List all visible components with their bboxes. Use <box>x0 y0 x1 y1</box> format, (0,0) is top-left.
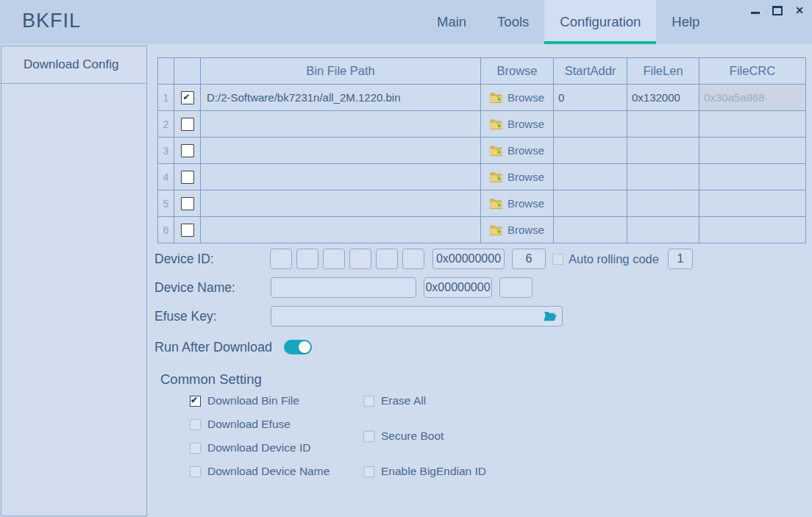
maximize-icon[interactable] <box>772 6 783 15</box>
checkbox-label: Download Device ID <box>207 441 310 454</box>
checkbox[interactable] <box>363 431 374 442</box>
run-after-download-row: Run After Download <box>154 338 312 356</box>
browse-button[interactable]: Browse <box>481 118 553 130</box>
checkbox[interactable] <box>190 396 201 407</box>
browse-button[interactable]: Browse <box>481 197 553 210</box>
browse-button[interactable]: Browse <box>481 144 553 157</box>
device-id-count-input[interactable]: 6 <box>512 249 546 269</box>
tab-label: Tools <box>497 14 529 29</box>
device-name-extra-input[interactable] <box>499 277 533 298</box>
row-checkbox[interactable] <box>181 197 194 210</box>
table-row: 1 D:/2-Software/bk7231n/all_2M.1220.bin … <box>158 85 806 111</box>
device-name-hex-input[interactable]: 0x00000000 <box>424 277 492 298</box>
checkbox[interactable] <box>363 396 374 407</box>
efuse-key-row: Efuse Key: <box>154 306 563 327</box>
auto-rolling-checkbox[interactable] <box>552 254 563 265</box>
row-checkbox[interactable] <box>181 91 194 104</box>
file-len-cell[interactable] <box>627 190 699 217</box>
device-name-input[interactable] <box>271 277 416 298</box>
minimize-icon[interactable] <box>751 12 760 14</box>
checkbox-label: Download Device Name <box>207 465 330 478</box>
common-setting-title: Common Setting <box>160 371 262 388</box>
file-len-cell[interactable] <box>627 138 699 164</box>
device-id-label: Device ID: <box>154 252 270 267</box>
close-icon[interactable]: ✕ <box>795 2 804 18</box>
browse-button[interactable]: Browse <box>481 171 553 183</box>
row-checkbox[interactable] <box>181 171 194 184</box>
browse-folder-icon <box>490 92 502 103</box>
app-title: BKFIL <box>22 10 81 32</box>
device-id-hex-input[interactable]: 0x00000000 <box>432 249 505 269</box>
setting-download-bin-file[interactable]: Download Bin File <box>190 394 330 407</box>
title-bar: BKFIL MainToolsConfigurationHelp ✕ <box>0 0 812 44</box>
file-len-cell[interactable] <box>627 111 699 138</box>
device-id-byte-input[interactable] <box>323 249 345 269</box>
row-checkbox[interactable] <box>181 144 194 157</box>
bin-file-path-cell[interactable] <box>201 138 481 164</box>
device-id-row: Device ID: 0x00000000 6 Auto rolling cod… <box>154 249 693 269</box>
bin-file-path-cell[interactable] <box>201 111 481 138</box>
checkbox[interactable] <box>190 443 201 454</box>
row-check-cell <box>174 217 201 243</box>
setting-secure-boot[interactable]: Secure Boot <box>363 429 486 443</box>
device-id-byte-input[interactable] <box>349 249 371 269</box>
start-addr-cell[interactable] <box>554 190 627 217</box>
browse-cell: Browse <box>481 138 554 164</box>
bin-table-body: 1 D:/2-Software/bk7231n/all_2M.1220.bin … <box>158 85 806 243</box>
device-id-byte-input[interactable] <box>402 249 424 269</box>
row-checkbox[interactable] <box>181 118 194 131</box>
setting-enable-bigendian-id[interactable]: Enable BigEndian ID <box>363 465 486 478</box>
browse-button[interactable]: Browse <box>481 224 553 236</box>
row-check-cell <box>174 190 201 217</box>
checkbox[interactable] <box>363 466 374 477</box>
bin-file-path-cell[interactable] <box>201 190 481 217</box>
setting-download-device-name[interactable]: Download Device Name <box>190 465 330 478</box>
common-setting-right-column: Erase All Secure Boot Enable BigEndian I… <box>363 394 486 500</box>
tab-label: Main <box>437 14 466 29</box>
start-addr-cell[interactable] <box>554 138 627 164</box>
checkbox[interactable] <box>190 419 201 430</box>
sidebar-item-download-config[interactable]: Download Config <box>1 46 146 84</box>
file-len-cell[interactable] <box>627 217 699 243</box>
file-crc-cell <box>699 111 806 138</box>
start-addr-cell[interactable] <box>554 164 627 190</box>
row-checkbox[interactable] <box>181 224 194 237</box>
file-len-cell[interactable] <box>627 164 699 190</box>
header-index <box>158 58 174 85</box>
device-id-byte-input[interactable] <box>296 249 318 269</box>
checkbox-label: Secure Boot <box>381 429 444 443</box>
row-index: 3 <box>158 138 174 164</box>
checkbox[interactable] <box>190 466 201 477</box>
start-addr-cell[interactable]: 0 <box>554 85 627 111</box>
file-crc-cell <box>699 138 806 164</box>
tab-help[interactable]: Help <box>656 0 715 44</box>
auto-rolling-value-input[interactable]: 1 <box>668 249 693 269</box>
start-addr-cell[interactable] <box>554 217 627 243</box>
device-id-byte-input[interactable] <box>270 249 292 269</box>
efuse-open-folder-icon[interactable] <box>544 311 557 321</box>
auto-rolling-label: Auto rolling code <box>569 252 659 266</box>
run-after-download-toggle[interactable] <box>284 340 312 354</box>
browse-button[interactable]: Browse <box>481 91 553 104</box>
setting-erase-all[interactable]: Erase All <box>363 394 486 407</box>
tab-configuration[interactable]: Configuration <box>544 0 656 44</box>
setting-download-efuse[interactable]: Download Efuse <box>190 418 330 431</box>
tab-label: Help <box>672 14 699 29</box>
browse-folder-icon <box>490 118 502 129</box>
tab-main[interactable]: Main <box>421 0 482 44</box>
start-addr-cell[interactable] <box>554 111 627 138</box>
row-index: 2 <box>158 111 174 138</box>
bin-file-path-cell[interactable] <box>201 217 481 243</box>
efuse-key-input[interactable] <box>271 306 563 327</box>
table-row: 6 Browse <box>158 217 806 243</box>
bin-file-path-cell[interactable]: D:/2-Software/bk7231n/all_2M.1220.bin <box>201 85 481 111</box>
tab-tools[interactable]: Tools <box>482 0 544 44</box>
browse-button-label: Browse <box>508 144 544 157</box>
efuse-key-field <box>271 306 563 327</box>
file-crc-cell: 0x30a5a868 <box>699 85 806 111</box>
file-len-cell[interactable]: 0x132000 <box>627 85 699 111</box>
bin-file-path-cell[interactable] <box>201 164 481 190</box>
setting-download-device-id[interactable]: Download Device ID <box>190 441 330 454</box>
device-id-byte-input[interactable] <box>376 249 398 269</box>
checkbox-label: Enable BigEndian ID <box>381 465 486 478</box>
